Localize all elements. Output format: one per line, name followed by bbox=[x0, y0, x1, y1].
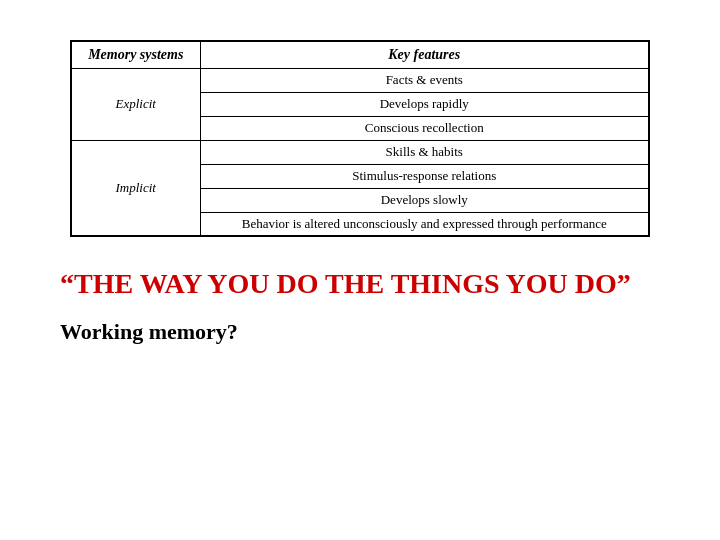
memory-table-wrapper: Memory systems Key features Explicit Fac… bbox=[70, 40, 650, 237]
col-header-memory: Memory systems bbox=[71, 41, 200, 69]
page-container: Memory systems Key features Explicit Fac… bbox=[0, 0, 720, 540]
feature-develops-rapidly: Develops rapidly bbox=[200, 93, 649, 117]
memory-systems-table: Memory systems Key features Explicit Fac… bbox=[70, 40, 650, 237]
memory-type-implicit: Implicit bbox=[71, 140, 200, 236]
feature-stimulus-response: Stimulus-response relations bbox=[200, 164, 649, 188]
quote-text: “THE WAY YOU DO THE THINGS YOU DO” bbox=[60, 267, 660, 301]
table-row: Explicit Facts & events bbox=[71, 69, 649, 93]
working-memory-text: Working memory? bbox=[60, 319, 660, 345]
feature-conscious-recollection: Conscious recollection bbox=[200, 116, 649, 140]
feature-facts-events: Facts & events bbox=[200, 69, 649, 93]
table-row: Implicit Skills & habits bbox=[71, 140, 649, 164]
col-header-features: Key features bbox=[200, 41, 649, 69]
feature-develops-slowly: Develops slowly bbox=[200, 188, 649, 212]
feature-skills-habits: Skills & habits bbox=[200, 140, 649, 164]
memory-type-explicit: Explicit bbox=[71, 69, 200, 141]
feature-behavior-unconsciously: Behavior is altered unconsciously and ex… bbox=[200, 212, 649, 236]
